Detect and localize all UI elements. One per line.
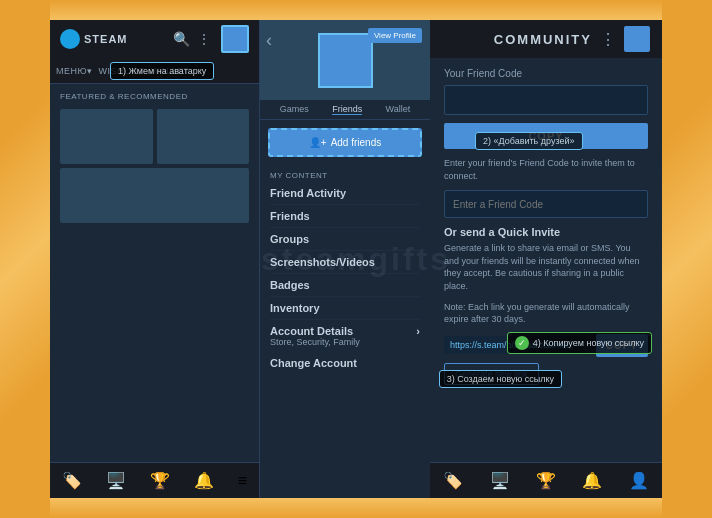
account-details-sub: Store, Security, Family: [270, 337, 420, 347]
tab-friends[interactable]: Friends: [332, 104, 362, 115]
friend-code-label: Your Friend Code: [444, 68, 648, 79]
callout-3: 3) Создаем новую ссылку: [439, 370, 562, 388]
bottom-nav-tag-icon-r[interactable]: 🏷️: [443, 471, 463, 490]
invite-desc-1: Enter your friend's Friend Code to invit…: [444, 157, 648, 182]
community-header: COMMUNITY ⋮: [430, 20, 662, 58]
community-avatar: [624, 26, 650, 52]
avatar-button[interactable]: [221, 25, 249, 53]
bottom-nav-bell-icon-r[interactable]: 🔔: [582, 471, 602, 490]
view-profile-button[interactable]: View Profile: [368, 28, 422, 43]
note-text: Note: Each link you generate will automa…: [444, 301, 648, 326]
content-list: Friend Activity Friends Groups Screensho…: [260, 182, 430, 320]
featured-label: FEATURED & RECOMMENDED: [50, 84, 259, 105]
left-bottom-nav: 🏷️ 🖥️ 🏆 🔔 ≡: [50, 462, 259, 498]
friend-activity-item[interactable]: Friend Activity: [270, 182, 420, 205]
gift-ribbon-top: [50, 0, 662, 20]
account-details-title: Account Details ›: [270, 325, 420, 337]
gift-ribbon-left: [0, 0, 50, 518]
callout-4: ✓ 4) Копируем новую ссылку: [507, 332, 652, 354]
profile-tabs: Games Friends Wallet: [260, 100, 430, 120]
friend-code-input[interactable]: [444, 85, 648, 115]
callout-4-text: 4) Копируем новую ссылку: [533, 338, 644, 348]
check-icon: ✓: [515, 336, 529, 350]
nav-menu[interactable]: МЕНЮ▾: [56, 66, 93, 76]
my-content-label: MY CONTENT: [260, 165, 430, 182]
account-details[interactable]: Account Details › Store, Security, Famil…: [260, 320, 430, 352]
bottom-nav-trophy-icon[interactable]: 🏆: [150, 471, 170, 490]
chevron-right-icon: ›: [416, 325, 420, 337]
quick-invite-label: Or send a Quick Invite: [444, 226, 648, 238]
steam-logo: STEAM: [60, 29, 128, 49]
back-arrow[interactable]: ‹: [266, 30, 272, 51]
featured-item-1: [60, 109, 153, 164]
search-icon[interactable]: 🔍: [173, 31, 189, 47]
featured-item-wide: [60, 168, 249, 223]
add-friends-label: Add friends: [331, 137, 382, 148]
enter-friend-code-input[interactable]: [444, 190, 648, 218]
main-container: steamgifts STEAM 🔍 ⋮ МЕНЮ▾ WISHLIST WALL…: [50, 20, 662, 498]
bottom-nav-trophy-icon-r[interactable]: 🏆: [536, 471, 556, 490]
add-friends-button[interactable]: 👤+ Add friends: [268, 128, 422, 157]
callout-2: 2) «Добавить друзей»: [475, 132, 583, 150]
bottom-nav-monitor-icon[interactable]: 🖥️: [106, 471, 126, 490]
gift-ribbon-bottom: [50, 498, 662, 518]
badges-item[interactable]: Badges: [270, 274, 420, 297]
bottom-nav-menu-icon[interactable]: ≡: [238, 472, 247, 490]
bottom-nav-monitor-icon-r[interactable]: 🖥️: [490, 471, 510, 490]
left-panel: STEAM 🔍 ⋮ МЕНЮ▾ WISHLIST WALLET 1) Жмем …: [50, 20, 260, 498]
bottom-nav-bell-icon[interactable]: 🔔: [194, 471, 214, 490]
profile-avatar: [318, 33, 373, 88]
profile-avatar-area: View Profile: [260, 20, 430, 100]
friends-item[interactable]: Friends: [270, 205, 420, 228]
groups-item[interactable]: Groups: [270, 228, 420, 251]
tab-wallet[interactable]: Wallet: [386, 104, 411, 115]
steam-text: STEAM: [84, 33, 128, 45]
tab-games[interactable]: Games: [280, 104, 309, 115]
screenshots-item[interactable]: Screenshots/Videos: [270, 251, 420, 274]
callout-1: 1) Жмем на аватарку: [110, 62, 214, 80]
steam-icon: [60, 29, 80, 49]
bottom-nav-tag-icon[interactable]: 🏷️: [62, 471, 82, 490]
right-panel: COMMUNITY ⋮ Your Friend Code COPY Enter …: [430, 20, 662, 498]
add-friends-icon: 👤+: [309, 137, 327, 148]
menu-icon[interactable]: ⋮: [197, 31, 213, 47]
right-bottom-nav: 🏷️ 🖥️ 🏆 🔔 👤: [430, 462, 662, 498]
bottom-nav-user-icon-r[interactable]: 👤: [629, 471, 649, 490]
community-menu-icon[interactable]: ⋮: [600, 30, 616, 49]
quick-invite-desc: Generate a link to share via email or SM…: [444, 242, 648, 292]
featured-items: [50, 105, 259, 227]
gift-ribbon-right: [662, 0, 712, 518]
featured-item-2: [157, 109, 250, 164]
steam-header: STEAM 🔍 ⋮: [50, 20, 259, 58]
change-account[interactable]: Change Account: [260, 352, 430, 374]
inventory-item[interactable]: Inventory: [270, 297, 420, 320]
community-title: COMMUNITY: [442, 32, 592, 47]
middle-panel: ‹ View Profile 2) «Добавить друзей» Game…: [260, 20, 430, 498]
